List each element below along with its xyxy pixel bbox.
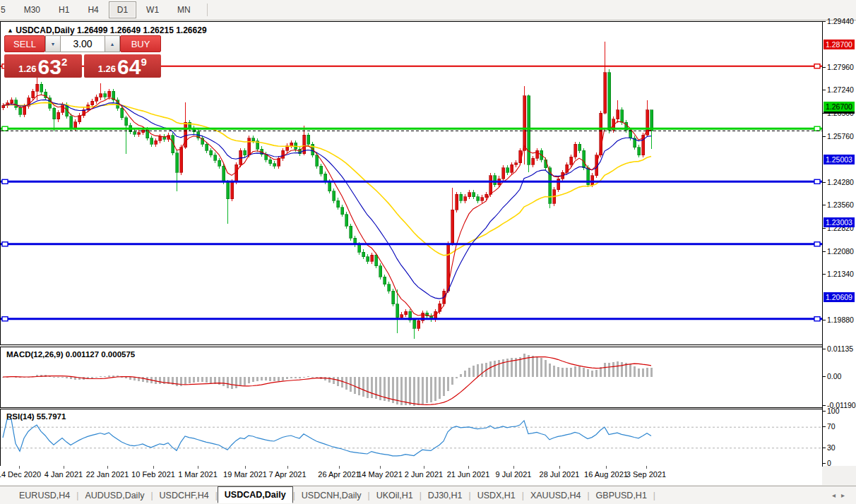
volume-decrease-button[interactable]: ▼ xyxy=(45,35,61,52)
timeframe-button-W1[interactable]: W1 xyxy=(138,1,167,18)
sell-button[interactable]: SELL xyxy=(4,35,45,52)
macd-bar xyxy=(519,357,521,377)
timeframe-button-5[interactable]: 5 xyxy=(0,1,14,18)
line-end-marker xyxy=(814,317,820,321)
candle-body xyxy=(15,100,18,108)
candle-body xyxy=(61,105,64,113)
buy-price-prefix: 1.26 xyxy=(98,64,116,74)
time-tick-mark xyxy=(559,466,560,469)
rsi-panel[interactable]: RSI(14) 55.7971 xyxy=(0,409,823,467)
macd-bar xyxy=(290,377,292,378)
candle-body xyxy=(324,174,327,181)
candle-body xyxy=(358,245,361,252)
candle-body xyxy=(396,304,399,318)
candle-body xyxy=(142,130,145,133)
candle-body xyxy=(53,108,56,119)
macd-bar xyxy=(337,377,339,386)
time-tick-mark xyxy=(287,466,288,469)
chart-tab-USDCAD[interactable]: USDCAD,Daily xyxy=(218,486,293,503)
candle-body xyxy=(91,101,94,104)
volume-increase-button[interactable]: ▲ xyxy=(105,35,120,52)
timeframe-button-H4[interactable]: H4 xyxy=(79,1,107,18)
macd-bar xyxy=(566,368,568,377)
candle-body xyxy=(481,198,484,200)
macd-signal-line xyxy=(3,357,651,405)
candle-body xyxy=(133,132,136,135)
macd-bar xyxy=(201,377,203,382)
macd-bar xyxy=(587,369,589,377)
time-tick-mark xyxy=(245,466,246,469)
macd-bar xyxy=(299,377,301,378)
candle-body xyxy=(528,96,530,164)
macd-histogram xyxy=(2,354,653,406)
macd-bar xyxy=(553,366,555,377)
macd-bar xyxy=(61,377,64,378)
macd-bar xyxy=(439,377,441,399)
price-chart-panel[interactable]: ▲ USDCAD,Daily 1.26499 1.26649 1.26215 1… xyxy=(0,21,823,345)
time-axis[interactable]: 14 Dec 20204 Jan 202122 Jan 202110 Feb 2… xyxy=(0,466,822,485)
arrow-up-icon: ▲ xyxy=(110,42,115,47)
candle-body xyxy=(375,255,378,265)
candle-body xyxy=(252,138,255,141)
candle-body xyxy=(506,168,509,173)
macd-bar xyxy=(646,368,648,377)
line-end-marker xyxy=(2,179,8,184)
macd-bar xyxy=(540,358,542,377)
tab-scroll-arrows[interactable]: ◂▸ xyxy=(832,491,850,499)
timeframe-button-M30[interactable]: M30 xyxy=(16,1,49,18)
timeframe-button-MN[interactable]: MN xyxy=(169,1,199,18)
macd-bar xyxy=(422,377,424,404)
candle-body xyxy=(608,73,611,131)
collapse-one-click-icon[interactable]: ▲ xyxy=(7,27,13,34)
axis-tick-mark xyxy=(823,405,826,406)
macd-bar xyxy=(498,360,500,377)
candle-body xyxy=(290,143,293,145)
volume-input[interactable]: 3.00 xyxy=(61,35,105,52)
candle-body xyxy=(206,144,208,150)
one-click-trading-panel: SELL ▼ 3.00 ▲ BUY 1.26 63 2 1.26 64 9 xyxy=(4,35,161,78)
macd-bar xyxy=(481,364,483,377)
macd-bar xyxy=(583,368,585,377)
macd-bar xyxy=(413,377,415,406)
timeframe-button-D1[interactable]: D1 xyxy=(109,1,136,18)
rsi-tick-label: 30 xyxy=(827,443,836,452)
candle-body xyxy=(19,107,22,114)
price-tick-label: 1.21340 xyxy=(827,270,854,278)
macd-bar xyxy=(430,377,432,402)
macd-bar xyxy=(528,355,530,377)
chart-tab-EURUSD[interactable]: EURUSD,H4 xyxy=(13,488,76,503)
timeframe-button-H1[interactable]: H1 xyxy=(50,1,78,18)
chart-tab-AUDUSD[interactable]: AUDUSD,Daily xyxy=(78,488,150,503)
chart-tab-USDCHF[interactable]: USDCHF,H4 xyxy=(153,488,215,503)
rsi-label: RSI(14) 55.7971 xyxy=(6,412,66,421)
candle-body xyxy=(239,150,242,164)
candle-body xyxy=(74,122,77,128)
macd-bar xyxy=(100,376,102,377)
macd-bar xyxy=(256,377,258,381)
buy-button[interactable]: BUY xyxy=(120,35,161,52)
line-end-marker xyxy=(814,179,820,184)
chart-tab-USDX[interactable]: USDX,H1 xyxy=(471,488,522,503)
macd-bar xyxy=(549,364,551,377)
price-axis[interactable]: 1.294401.279601.272401.265001.257601.242… xyxy=(822,21,856,466)
candle-body xyxy=(307,135,310,144)
buy-price-display[interactable]: 1.26 64 9 xyxy=(84,54,162,78)
ma-slow-line xyxy=(3,102,651,255)
chart-tab-DJ30[interactable]: DJ30,H1 xyxy=(422,488,469,503)
time-tick-mark xyxy=(64,466,64,469)
time-tick-mark xyxy=(198,466,198,469)
chart-tab-XAUUSD[interactable]: XAUUSD,H4 xyxy=(524,488,588,503)
time-tick-mark xyxy=(646,466,647,469)
macd-bar xyxy=(104,376,106,377)
macd-panel[interactable]: MACD(12,26,9) 0.001127 0.000575 xyxy=(0,347,823,408)
candle-body xyxy=(125,118,128,126)
candle-body xyxy=(515,163,518,164)
candle-body xyxy=(629,130,632,138)
chart-title: ▲ USDCAD,Daily 1.26499 1.26649 1.26215 1… xyxy=(7,25,207,35)
chart-tab-USDCNH[interactable]: USDCNH,Daily xyxy=(295,488,368,503)
candle-body xyxy=(494,176,497,185)
chart-tab-GBPUSD[interactable]: GBPUSD,H1 xyxy=(590,488,653,503)
sell-price-display[interactable]: 1.26 63 2 xyxy=(4,54,82,78)
chart-tab-UKOil[interactable]: UKOil,H1 xyxy=(370,488,420,503)
macd-tick-label: 0.00 xyxy=(827,372,841,380)
